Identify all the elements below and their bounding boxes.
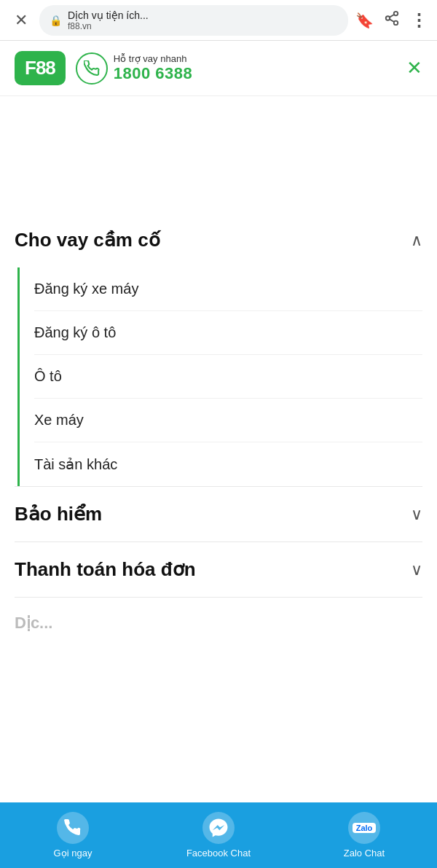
menu-content: Cho vay cầm cố ∧ Đăng ký xe máy Đăng ký …	[0, 213, 437, 640]
nav-item-facebook[interactable]: Facebook Chat	[146, 812, 291, 859]
bookmark-icon[interactable]: 🔖	[355, 12, 374, 29]
phone-icon[interactable]	[76, 52, 108, 85]
browser-url-domain: f88.vn	[68, 21, 338, 31]
section-thanh-toan-title: Thanh toán hóa đơn	[15, 558, 196, 581]
nav-zalo-label: Zalo Chat	[344, 848, 385, 859]
nav-call-label: Gọi ngay	[54, 848, 92, 859]
zalo-badge: Zalo	[353, 823, 377, 833]
nav-facebook-label: Facebook Chat	[186, 848, 251, 859]
submenu-item-tai-san[interactable]: Tài sản khác	[34, 442, 422, 486]
partial-section-text: Dịc...	[15, 598, 422, 640]
chevron-down-icon-1: ∨	[411, 505, 422, 524]
f88-logo-text: F88	[25, 57, 55, 79]
phone-support: Hỗ trợ vay nhanh 1800 6388	[76, 52, 193, 85]
messenger-icon	[202, 812, 235, 844]
submenu-item-oto-reg[interactable]: Đăng ký ô tô	[34, 311, 422, 355]
browser-url-main: Dịch vụ tiện ích...	[68, 9, 338, 21]
zalo-icon: Zalo	[348, 812, 380, 844]
nav-item-zalo[interactable]: Zalo Zalo Chat	[291, 812, 437, 859]
browser-lock-icon: 🔒	[50, 15, 62, 26]
phone-text-block: Hỗ trợ vay nhanh 1800 6388	[114, 53, 193, 83]
submenu-item-xe-may-reg[interactable]: Đăng ký xe máy	[34, 267, 422, 311]
call-icon	[57, 812, 89, 844]
browser-bar: ✕ 🔒 Dịch vụ tiện ích... f88.vn 🔖 ⋮	[0, 0, 437, 41]
section-cho-vay-title: Cho vay cầm cố	[15, 229, 160, 251]
svg-line-3	[390, 19, 394, 22]
share-icon[interactable]	[384, 10, 400, 30]
browser-close-icon[interactable]: ✕	[10, 11, 32, 30]
header-left: F88 Hỗ trợ vay nhanh 1800 6388	[15, 51, 192, 85]
nav-item-call[interactable]: Gọi ngay	[0, 812, 146, 859]
phone-label: Hỗ trợ vay nhanh	[114, 53, 193, 64]
header-close-button[interactable]: ✕	[406, 57, 422, 79]
f88-logo[interactable]: F88	[15, 51, 66, 85]
bottom-nav: Gọi ngay Facebook Chat Zalo Zalo Chat	[0, 802, 437, 868]
submenu-cho-vay: Đăng ký xe máy Đăng ký ô tô Ô tô Xe máy …	[17, 267, 422, 486]
browser-url-text: Dịch vụ tiện ích... f88.vn	[68, 9, 338, 31]
section-cho-vay-header[interactable]: Cho vay cầm cố ∧	[15, 213, 422, 267]
browser-icons: 🔖 ⋮	[355, 10, 427, 31]
section-bao-hiem-title: Bảo hiểm	[15, 503, 102, 525]
header-banner: F88 Hỗ trợ vay nhanh 1800 6388 ✕	[0, 41, 437, 96]
chevron-down-icon-2: ∨	[411, 560, 422, 579]
phone-number: 1800 6388	[114, 64, 193, 83]
browser-url-area[interactable]: 🔒 Dịch vụ tiện ích... f88.vn	[39, 5, 348, 36]
submenu-item-oto[interactable]: Ô tô	[34, 355, 422, 399]
submenu-item-xe-may[interactable]: Xe máy	[34, 399, 422, 442]
spacer-area	[0, 96, 437, 213]
section-thanh-toan-header[interactable]: Thanh toán hóa đơn ∨	[15, 542, 422, 597]
section-bao-hiem-header[interactable]: Bảo hiểm ∨	[15, 487, 422, 541]
chevron-up-icon: ∧	[411, 231, 422, 250]
more-options-icon[interactable]: ⋮	[410, 10, 427, 31]
svg-line-4	[390, 15, 394, 17]
